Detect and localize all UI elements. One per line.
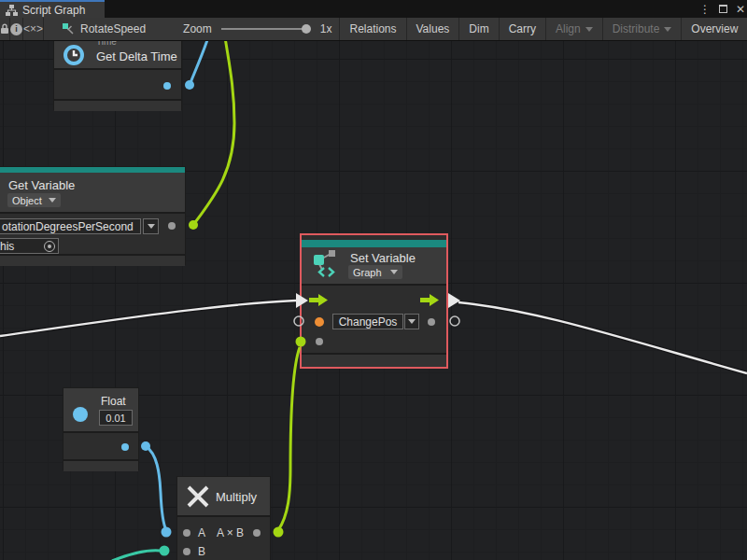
node-title: Get Variable (8, 178, 75, 192)
flow-wire-out[interactable] (458, 302, 747, 373)
graph-name: RotateSpeed (80, 22, 146, 35)
port-label-b: B (198, 545, 205, 558)
node-float[interactable]: Float 0.01 (63, 387, 139, 470)
window-tab-bar: Script Graph ⋮ ✕ (0, 0, 747, 18)
node-footer (0, 254, 185, 266)
variable-name-dropdown-button[interactable] (404, 314, 419, 329)
node-get-variable[interactable]: Get Variable Object otationDegreesPerSec… (0, 166, 186, 265)
info-button[interactable]: i (10, 18, 23, 40)
toolbar-button-align: Align (546, 18, 603, 40)
graph-toolbar: i <×> RotateSpeed Zoom 1x Relations Valu… (0, 18, 747, 41)
input-port-b[interactable] (183, 548, 190, 555)
value-wire-teal[interactable] (112, 551, 160, 560)
node-title: Float (101, 395, 126, 408)
value-wire-get-variable[interactable] (193, 41, 234, 225)
port-label-result: A × B (217, 526, 244, 539)
wire-endpoint (185, 80, 194, 90)
flow-wire-in[interactable] (0, 301, 296, 336)
wire-endpoint (162, 527, 172, 538)
node-set-variable[interactable]: Set Variable Graph ChangePos (300, 233, 448, 369)
chevron-down-icon (408, 319, 416, 324)
flow-wire-outline (458, 302, 747, 373)
toolbar-button-dim[interactable]: Dim (459, 18, 499, 40)
zoom-control: 1x (212, 18, 341, 40)
tab-title: Script Graph (22, 4, 85, 17)
node-get-delta-time[interactable]: Time Get Delta Time (53, 41, 182, 110)
chevron-down-icon (585, 27, 593, 32)
value-wire-multiply[interactable] (278, 347, 300, 530)
chevron-down-icon (148, 224, 155, 229)
flow-in-port[interactable] (309, 294, 328, 306)
empty-port-ring[interactable] (450, 316, 459, 326)
variable-scope-dropdown[interactable]: Graph (348, 265, 402, 279)
node-category: Time (96, 41, 117, 47)
input-port-value[interactable] (316, 338, 323, 345)
value-wire-float[interactable] (146, 446, 166, 530)
node-footer (302, 353, 446, 367)
toolbar-button-carry[interactable]: Carry (500, 18, 546, 40)
input-port-variable-name[interactable] (315, 317, 324, 327)
output-port-float[interactable] (121, 443, 129, 451)
lock-button[interactable] (0, 18, 10, 40)
code-view-icon: <×> (23, 22, 43, 35)
wire-endpoint (141, 441, 150, 451)
node-footer (54, 99, 181, 111)
toolbar-button-values[interactable]: Values (407, 18, 460, 40)
flow-out-port[interactable] (420, 294, 439, 306)
chevron-down-icon (49, 198, 56, 203)
output-port-value[interactable] (428, 318, 435, 326)
lock-icon (0, 23, 9, 35)
window-controls: ⋮ ✕ (699, 0, 745, 18)
value-wire-delta-time[interactable] (190, 41, 208, 85)
info-icon: i (10, 23, 22, 35)
toolbar-button-overview[interactable]: Overview (682, 18, 747, 40)
variable-name-field[interactable]: otationDegreesPerSecond (0, 218, 141, 234)
zoom-slider-handle[interactable] (302, 24, 311, 34)
wire-endpoint (274, 527, 284, 538)
rotate-speed-graph-icon (63, 23, 75, 35)
code-view-button[interactable]: <×> (23, 18, 44, 40)
output-port-variable-value[interactable] (168, 222, 176, 230)
toolbar-button-distribute: Distribute (603, 18, 683, 40)
graph-breadcrumb[interactable]: RotateSpeed (44, 18, 157, 40)
variable-object-field[interactable]: his (0, 238, 59, 254)
wire-endpoint (160, 546, 170, 556)
maximize-icon[interactable] (719, 5, 727, 13)
node-title: Set Variable (350, 251, 416, 265)
output-port-result[interactable] (253, 529, 261, 537)
output-port-delta-time[interactable] (163, 82, 171, 90)
node-title: Multiply (216, 490, 257, 504)
float-value-input[interactable]: 0.01 (99, 410, 133, 426)
variable-scope-dropdown[interactable]: Object (7, 193, 61, 207)
flow-wire-outline (0, 301, 296, 336)
node-footer (63, 459, 138, 471)
flow-arrowhead-out (448, 293, 460, 308)
close-icon[interactable]: ✕ (736, 4, 745, 15)
input-port-a[interactable] (183, 529, 190, 537)
zoom-label: Zoom (157, 18, 212, 40)
float-type-icon (73, 407, 88, 422)
node-multiply[interactable]: Multiply A A × B B (176, 476, 271, 560)
object-picker-icon[interactable] (44, 241, 55, 252)
menu-icon[interactable]: ⋮ (699, 4, 711, 15)
zoom-slider[interactable] (221, 28, 307, 30)
port-label-a: A (198, 526, 205, 539)
wire-endpoint (189, 220, 198, 230)
toolbar-button-relations[interactable]: Relations (340, 18, 406, 40)
chevron-down-icon (664, 27, 671, 32)
node-title: Get Delta Time (96, 49, 177, 63)
tab-script-graph[interactable]: Script Graph (0, 0, 105, 18)
script-graph-icon (6, 5, 18, 16)
chevron-down-icon (390, 270, 398, 274)
variable-name-dropdown-button[interactable] (143, 218, 159, 234)
unity-visual-scripting-window: Script Graph ⋮ ✕ i <×> RotateSpeed (0, 0, 747, 560)
variable-node-accent (302, 240, 446, 247)
graph-canvas[interactable]: Time Get Delta Time Get Variable Object … (0, 41, 747, 560)
zoom-value: 1x (320, 22, 332, 35)
variable-name-field[interactable]: ChangePos (332, 314, 403, 329)
